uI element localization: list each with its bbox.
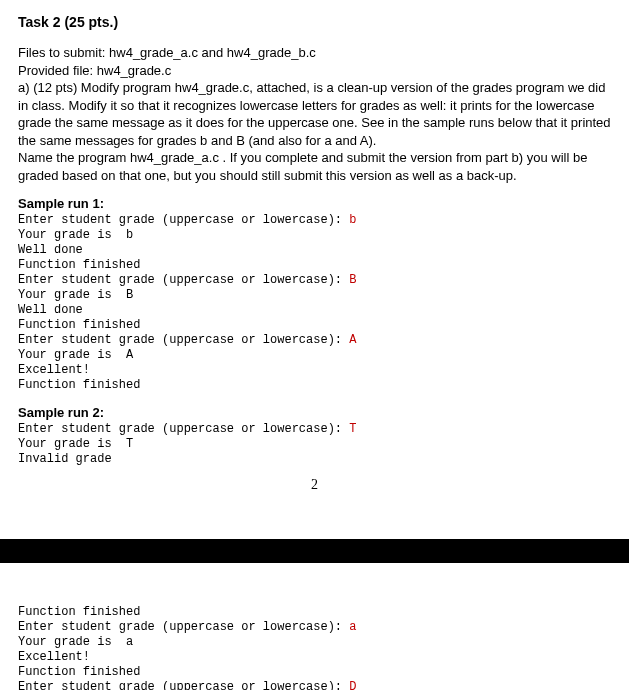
out-line: Your grade is T (18, 437, 133, 451)
user-input: B (349, 273, 356, 287)
page-1: Task 2 (25 pts.) Files to submit: hw4_gr… (0, 0, 629, 519)
out-line: Enter student grade (uppercase or lowerc… (18, 680, 349, 690)
out-line: Your grade is A (18, 348, 133, 362)
page-separator (0, 539, 629, 563)
out-line: Your grade is b (18, 228, 133, 242)
part-a-text: a) (12 pts) Modify program hw4_grade.c, … (18, 79, 611, 149)
out-line: Your grade is a (18, 635, 133, 649)
sample-run-2-output-cont: Function finished Enter student grade (u… (18, 605, 611, 690)
provided-label: Provided file: (18, 63, 97, 78)
task-title: Task 2 (25 pts.) (18, 14, 611, 30)
out-line: Excellent! (18, 363, 90, 377)
out-line: Enter student grade (uppercase or lowerc… (18, 422, 349, 436)
sample-run-2-label: Sample run 2: (18, 405, 611, 420)
user-input: D (349, 680, 356, 690)
out-line: Well done (18, 243, 83, 257)
files-label: Files to submit: (18, 45, 109, 60)
files-to-submit: Files to submit: hw4_grade_a.c and hw4_g… (18, 44, 611, 62)
user-input: A (349, 333, 356, 347)
out-line: Function finished (18, 318, 140, 332)
page-number: 2 (18, 477, 611, 493)
out-line: Well done (18, 303, 83, 317)
sample-run-1-label: Sample run 1: (18, 196, 611, 211)
out-line: Function finished (18, 605, 140, 619)
out-line: Function finished (18, 665, 140, 679)
out-line: Enter student grade (uppercase or lowerc… (18, 333, 349, 347)
out-line: Enter student grade (uppercase or lowerc… (18, 213, 349, 227)
sample-run-2-output: Enter student grade (uppercase or lowerc… (18, 422, 611, 467)
out-line: Function finished (18, 378, 140, 392)
out-line: Invalid grade (18, 452, 112, 466)
name-note: Name the program hw4_grade_a.c . If you … (18, 149, 611, 184)
sample-run-1-output: Enter student grade (uppercase or lowerc… (18, 213, 611, 393)
provided-file: Provided file: hw4_grade.c (18, 62, 611, 80)
out-line: Enter student grade (uppercase or lowerc… (18, 620, 349, 634)
files-value: hw4_grade_a.c and hw4_grade_b.c (109, 45, 316, 60)
user-input: T (349, 422, 356, 436)
out-line: Excellent! (18, 650, 90, 664)
page-2: Function finished Enter student grade (u… (0, 591, 629, 690)
out-line: Function finished (18, 258, 140, 272)
provided-value: hw4_grade.c (97, 63, 171, 78)
out-line: Your grade is B (18, 288, 133, 302)
out-line: Enter student grade (uppercase or lowerc… (18, 273, 349, 287)
user-input: b (349, 213, 356, 227)
user-input: a (349, 620, 356, 634)
